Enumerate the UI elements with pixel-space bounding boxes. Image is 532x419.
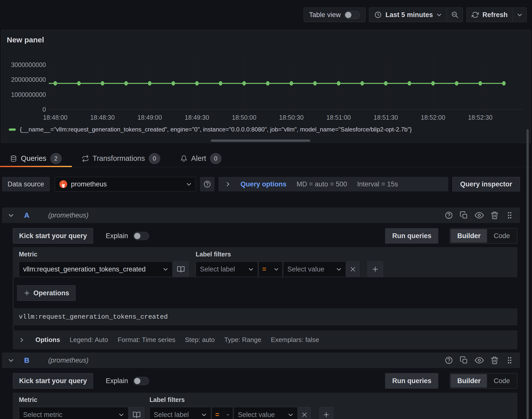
svg-text:1000000000: 1000000000 — [11, 91, 46, 98]
add-label-filter-button[interactable] — [319, 407, 333, 419]
run-queries-button[interactable]: Run queries — [385, 228, 438, 244]
select-value-placeholder: Select value — [238, 411, 275, 419]
chevron-down-icon — [226, 412, 229, 417]
query-a-raw-expression: vllm:request_generation_tokens_created — [13, 308, 517, 325]
tab-count-badge: 0 — [210, 153, 222, 164]
label-filter-label-select[interactable]: Select label — [196, 261, 258, 277]
label-filter-operator-select[interactable]: = — [211, 407, 233, 419]
query-a-header[interactable]: A (prometheus) — [2, 207, 520, 223]
select-value-placeholder: Select value — [287, 265, 324, 273]
add-label-filter-button[interactable] — [367, 261, 383, 277]
refresh-button[interactable]: Refresh — [467, 8, 513, 22]
metrics-explorer-button[interactable] — [129, 407, 144, 419]
delete-query-button[interactable] — [490, 211, 499, 220]
query-help-button[interactable] — [445, 211, 453, 220]
metric-field-label: Metric — [19, 251, 189, 258]
table-view-group: Table view — [304, 8, 365, 22]
query-help-button[interactable] — [445, 356, 453, 365]
switch-knob — [134, 233, 140, 239]
svg-text:18:49:00: 18:49:00 — [137, 114, 162, 121]
explain-label: Explain — [106, 377, 128, 385]
metric-select[interactable]: vllm:request_generation_tokens_created — [19, 261, 173, 277]
editor-tabs: Queries 2 Transformations 0 Alert 0 — [0, 150, 532, 167]
zoom-out-button[interactable] — [447, 8, 463, 22]
query-a-options-row[interactable]: Options Legend: Auto Format: Time series… — [13, 330, 517, 349]
clock-icon — [374, 11, 382, 19]
time-range-label: Last 5 minutes — [385, 11, 433, 19]
run-queries-button[interactable]: Run queries — [385, 373, 438, 389]
chevron-down-icon — [288, 412, 293, 417]
help-circle-icon — [445, 211, 453, 220]
duplicate-query-button[interactable] — [460, 211, 468, 220]
builder-code-switch: Builder Code — [450, 228, 517, 244]
refresh-label: Refresh — [482, 11, 508, 19]
tab-alert[interactable]: Alert 0 — [170, 150, 232, 167]
explain-label: Explain — [106, 232, 128, 240]
toggle-visibility-button[interactable] — [475, 356, 484, 365]
remove-label-filter-button[interactable] — [346, 261, 359, 277]
delete-query-button[interactable] — [490, 356, 499, 365]
query-datasource-name: (prometheus) — [48, 212, 89, 219]
zoom-out-icon — [451, 11, 459, 19]
query-actions — [445, 211, 514, 220]
refresh-interval-dropdown[interactable] — [513, 8, 526, 22]
kick-start-button[interactable]: Kick start your query — [13, 228, 93, 244]
run-queries-label: Run queries — [392, 232, 431, 240]
plus-icon — [23, 290, 30, 297]
explain-switch[interactable] — [133, 377, 149, 385]
builder-option[interactable]: Builder — [451, 229, 487, 243]
options-legend: Legend: Auto — [70, 336, 108, 344]
book-open-icon — [133, 411, 141, 419]
chevron-down-icon — [336, 266, 342, 272]
tab-label: Transformations — [93, 154, 145, 163]
remove-label-filter-button[interactable] — [298, 407, 311, 419]
transform-icon — [82, 155, 89, 162]
builder-option[interactable]: Builder — [451, 374, 487, 388]
builder-code-switch: Builder Code — [450, 373, 517, 389]
tab-label: Alert — [191, 154, 206, 163]
eye-icon — [475, 356, 484, 365]
table-view-switch[interactable] — [344, 11, 360, 19]
kick-start-label: Kick start your query — [19, 232, 87, 240]
refresh-icon — [472, 11, 479, 18]
legend-item[interactable]: {__name__="vllm:request_generation_token… — [9, 126, 412, 133]
explain-switch[interactable] — [133, 232, 149, 240]
query-a-metric-row: Metric vllm:request_generation_tokens_cr… — [13, 247, 517, 277]
query-options-header[interactable]: Query options MD = auto = 500 Interval =… — [219, 177, 448, 191]
toggle-visibility-button[interactable] — [475, 211, 484, 220]
metric-select[interactable]: Select metric — [19, 407, 128, 419]
time-range-picker[interactable]: Last 5 minutes — [369, 8, 447, 22]
table-view-toggle-container[interactable]: Table view — [304, 8, 365, 22]
code-option[interactable]: Code — [487, 229, 516, 243]
code-option[interactable]: Code — [487, 374, 516, 388]
query-b-header[interactable]: B (prometheus) — [2, 353, 520, 368]
label-filter-value-select[interactable]: Select value — [234, 407, 298, 419]
datasource-value: prometheus — [71, 180, 107, 188]
drag-handle[interactable] — [505, 211, 514, 220]
collapse-chevron-icon[interactable] — [8, 357, 14, 363]
vertical-scrollbar[interactable] — [526, 129, 529, 419]
query-b-metric-row: Metric Select metric Label filters Selec… — [13, 393, 517, 419]
eye-icon — [475, 211, 484, 220]
metrics-explorer-button[interactable] — [173, 261, 189, 277]
drag-handle[interactable] — [505, 356, 514, 365]
query-inspector-button[interactable]: Query inspector — [452, 177, 520, 191]
operations-button[interactable]: Operations — [17, 285, 76, 301]
label-filter-label-select[interactable]: Select label — [149, 407, 211, 419]
time-range-group: Last 5 minutes — [369, 8, 463, 22]
label-filter-value-select[interactable]: Select value — [283, 261, 346, 277]
tab-transformations[interactable]: Transformations 0 — [72, 150, 170, 167]
datasource-help-button[interactable] — [200, 177, 215, 191]
horizontal-scrollbar[interactable] — [211, 139, 310, 142]
duplicate-query-button[interactable] — [460, 356, 468, 365]
svg-text:18:50:30: 18:50:30 — [279, 114, 303, 121]
collapse-chevron-icon[interactable] — [8, 212, 14, 218]
tab-queries[interactable]: Queries 2 — [0, 150, 72, 167]
kick-start-button[interactable]: Kick start your query — [13, 373, 93, 389]
label-filter-operator-select[interactable]: = — [258, 261, 283, 277]
chart-panel: New panel 010000000002000000000300000000… — [1, 30, 531, 143]
datasource-picker[interactable]: prometheus — [55, 177, 196, 191]
query-datasource-name: (prometheus) — [48, 357, 89, 364]
select-label-placeholder: Select label — [154, 411, 189, 419]
label-filters-label: Label filters — [149, 396, 333, 403]
